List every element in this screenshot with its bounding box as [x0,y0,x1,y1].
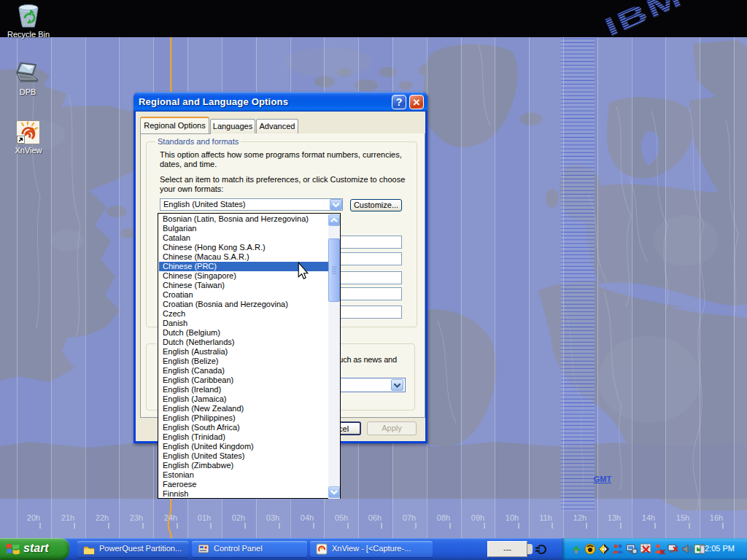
svg-text:IBM: IBM [600,0,687,40]
